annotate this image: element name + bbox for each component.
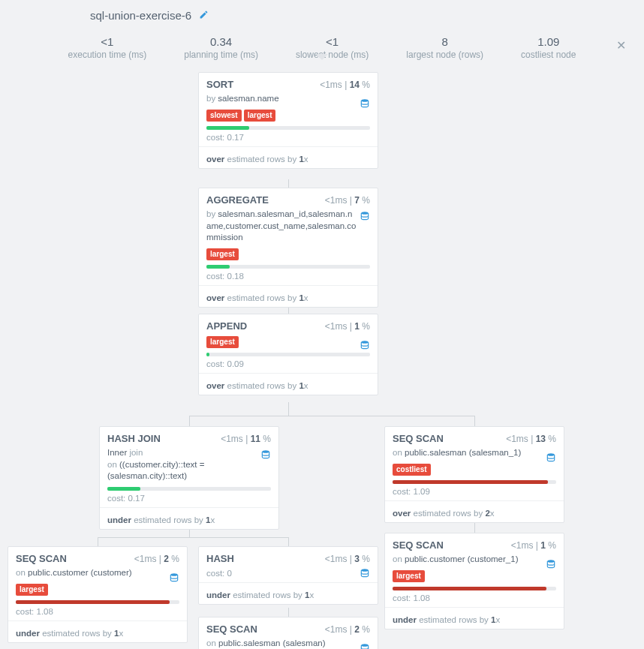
cost-text: cost: 1.08 <box>393 593 556 602</box>
estimation-text: over estimated rows by 1x <box>206 290 370 302</box>
svg-point-2 <box>361 341 368 344</box>
svg-point-5 <box>547 560 554 563</box>
database-icon[interactable] <box>546 452 556 463</box>
cost-bar <box>393 587 546 590</box>
database-icon[interactable] <box>360 211 370 221</box>
plan-tree: SORT <1ms | 14 % by salesman.name slowes… <box>0 63 644 649</box>
node-name: SEQ SCAN <box>393 433 444 444</box>
plan-node-sort[interactable]: SORT <1ms | 14 % by salesman.name slowes… <box>198 72 378 169</box>
node-name: SORT <box>206 79 233 90</box>
tags: costliest <box>393 464 556 476</box>
estimation-text: under estimated rows by 1x <box>393 612 556 624</box>
cost-text: cost: 0.17 <box>206 133 370 142</box>
node-meta: <1ms | 13 % <box>506 434 556 444</box>
database-icon[interactable] <box>260 449 271 460</box>
database-icon[interactable] <box>546 559 556 569</box>
cost-bar <box>206 126 249 130</box>
node-meta: <1ms | 1 % <box>511 540 556 551</box>
connector <box>189 416 190 426</box>
cost-bar <box>393 480 548 484</box>
tags: largest <box>206 248 370 260</box>
connector <box>474 522 475 533</box>
tags: largest <box>206 336 370 348</box>
page-title: sql-union-exercise-6 <box>0 0 644 22</box>
database-icon[interactable] <box>360 568 370 578</box>
database-icon[interactable] <box>169 572 179 583</box>
plan-node-seq-scan-customer-1[interactable]: SEQ SCAN <1ms | 1 % on public.customer (… <box>384 533 564 629</box>
caret-down-icon <box>316 54 328 60</box>
cost-bar <box>206 353 209 356</box>
connector <box>288 537 289 546</box>
node-name: HASH <box>206 553 234 564</box>
estimation-text: over estimated rows by 2x <box>393 506 556 518</box>
cost-bar <box>16 600 170 604</box>
connector <box>189 416 474 416</box>
database-icon[interactable] <box>360 98 370 109</box>
node-detail: on public.customer (customer_1) <box>393 554 556 566</box>
node-detail: on public.customer (customer) <box>16 567 179 579</box>
stat-largest: 8largest node (rows) <box>406 35 483 60</box>
connector <box>98 537 288 538</box>
svg-point-4 <box>547 453 554 456</box>
svg-point-1 <box>361 212 368 215</box>
connector <box>288 608 289 617</box>
svg-point-0 <box>361 99 368 102</box>
cost-text: cost: 0.09 <box>206 359 370 368</box>
node-name: HASH JOIN <box>107 433 161 444</box>
tags: largest <box>16 584 179 596</box>
node-detail: on public.salesman (salesman) <box>206 638 370 649</box>
estimation-text: under estimated rows by 1x <box>16 626 179 638</box>
stat-plan-time: 0.34planning time (ms) <box>184 35 258 60</box>
node-detail: by salesman.salesman_id,salesman.name,cu… <box>206 209 370 244</box>
node-meta: <1ms | 7 % <box>325 195 370 206</box>
node-name: SEQ SCAN <box>16 553 67 564</box>
node-detail: Inner joinon ((customer.city)::text = (s… <box>107 447 271 482</box>
plan-node-hash-join[interactable]: HASH JOIN <1ms | 11 % Inner joinon ((cus… <box>99 426 279 530</box>
database-icon[interactable] <box>360 643 370 649</box>
node-name: SEQ SCAN <box>393 539 444 551</box>
cost-text: cost: 0 <box>206 569 370 578</box>
cost-bar <box>107 487 140 491</box>
cost-text: cost: 0.17 <box>107 494 271 503</box>
node-detail: by salesman.name <box>206 93 370 105</box>
tags: slowestlargest <box>206 110 370 122</box>
stat-slowest: <1slowest node (ms) <box>296 35 369 60</box>
connector <box>98 537 98 546</box>
plan-node-aggregate[interactable]: AGGREGATE <1ms | 7 % by salesman.salesma… <box>198 188 378 308</box>
estimation-text: over estimated rows by 1x <box>206 152 370 164</box>
stat-exec-time: <1execution time (ms) <box>68 35 147 60</box>
svg-point-3 <box>262 450 269 453</box>
plan-node-seq-scan-customer[interactable]: SEQ SCAN <1ms | 2 % on public.customer (… <box>8 546 188 643</box>
tags: largest <box>393 570 556 582</box>
connector <box>288 402 289 416</box>
close-icon[interactable]: ✕ <box>616 38 626 53</box>
cost-text: cost: 1.09 <box>393 487 556 496</box>
connector <box>288 179 289 188</box>
node-meta: <1ms | 2 % <box>325 624 370 635</box>
svg-point-8 <box>361 644 368 647</box>
connector <box>474 416 475 426</box>
estimation-text: over estimated rows by 1x <box>206 378 370 390</box>
node-name: SEQ SCAN <box>206 623 257 635</box>
estimation-text: under estimated rows by 1x <box>107 512 271 524</box>
pencil-icon[interactable] <box>199 9 209 22</box>
svg-point-6 <box>170 573 177 576</box>
plan-node-append[interactable]: APPEND <1ms | 1 % largest cost: 0.09 ove… <box>198 314 378 395</box>
node-detail: on public.salesman (salesman_1) <box>393 447 556 459</box>
node-meta: <1ms | 14 % <box>320 80 370 90</box>
plan-node-seq-scan-salesman-1[interactable]: SEQ SCAN <1ms | 13 % on public.salesman … <box>384 426 564 523</box>
stat-costliest: 1.09costliest node <box>521 35 576 60</box>
node-meta: <1ms | 11 % <box>221 434 271 444</box>
node-meta: <1ms | 3 % <box>325 554 370 564</box>
title-text: sql-union-exercise-6 <box>90 9 191 22</box>
svg-point-7 <box>361 569 368 572</box>
node-name: APPEND <box>206 320 247 332</box>
estimation-text: under estimated rows by 1x <box>206 587 370 599</box>
plan-node-seq-scan-salesman[interactable]: SEQ SCAN <1ms | 2 % on public.salesman (… <box>198 617 378 649</box>
cost-bar <box>206 265 230 269</box>
database-icon[interactable] <box>360 340 370 350</box>
cost-text: cost: 1.08 <box>16 607 179 616</box>
node-meta: <1ms | 1 % <box>325 321 370 332</box>
node-name: AGGREGATE <box>206 194 269 206</box>
plan-node-hash[interactable]: HASH <1ms | 3 % cost: 0 under estimated … <box>198 546 378 605</box>
